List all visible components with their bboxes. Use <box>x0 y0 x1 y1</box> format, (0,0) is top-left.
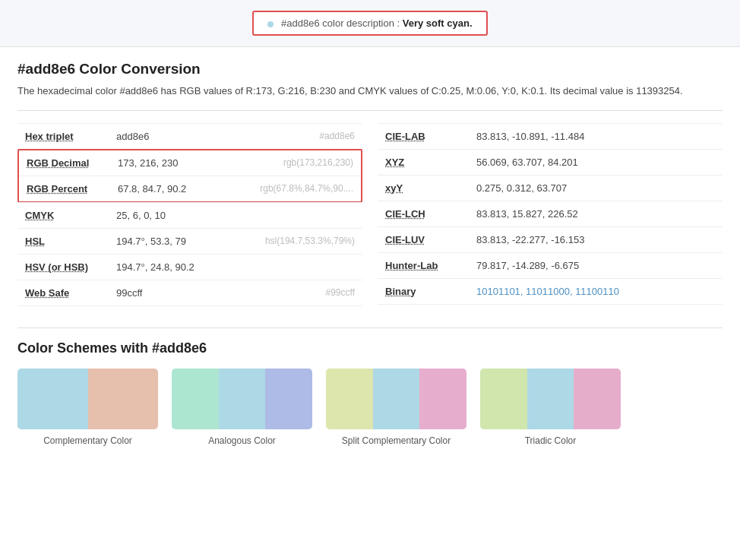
schemes-row: Complementary Color Analogous Color Spli… <box>17 369 723 446</box>
scheme-card-triadic[interactable]: Triadic Color <box>480 369 621 446</box>
value-hunterlab: 79.817, -14.289, -6.675 <box>469 252 723 278</box>
complementary-swatches <box>17 369 158 429</box>
scheme-card-split-complementary[interactable]: Split Complementary Color <box>326 369 466 446</box>
split-complementary-label: Split Complementary Color <box>342 435 451 446</box>
analogous-swatch-3 <box>265 369 312 429</box>
left-table-col: Hex triplet add8e6 #add8e6 RGB Decimal 1… <box>17 123 370 306</box>
label-hex: Hex triplet <box>17 123 109 149</box>
label-websafe: Web Safe <box>17 280 109 305</box>
color-description-box: #add8e6 color description : Very soft cy… <box>252 11 487 36</box>
rgb-highlight-section: RGB Decimal 173, 216, 230 rgb(173,216,23… <box>17 149 362 203</box>
value-hex: add8e6 <box>109 123 232 149</box>
table-row-cmyk: CMYK 25, 6, 0, 10 <box>17 202 362 228</box>
value-rgb-percent: 67.8, 84.7, 90.2 <box>110 176 220 201</box>
label-hsv: HSV (or HSB) <box>17 254 109 280</box>
main-content: #add8e6 Color Conversion The hexadecimal… <box>5 47 735 469</box>
analogous-label: Analogous Color <box>208 435 276 446</box>
value-cielab: 83.813, -10.891, -11.484 <box>469 123 723 149</box>
swatch-hex: #add8e6 <box>232 123 362 149</box>
table-row-rgb-decimal: RGB Decimal 173, 216, 230 rgb(173,216,23… <box>19 150 361 176</box>
swatch-cmyk <box>228 202 362 228</box>
table-row-websafe: Web Safe 99ccff #99ccff <box>17 280 362 305</box>
label-hunterlab: Hunter-Lab <box>378 252 469 278</box>
split-swatch-2 <box>373 369 420 429</box>
value-binary: 10101101, 11011000, 11100110 <box>469 278 723 304</box>
value-xyy: 0.275, 0.312, 63.707 <box>469 175 723 201</box>
complementary-swatch-1 <box>17 369 88 429</box>
label-xyz: XYZ <box>378 149 469 175</box>
right-table: CIE-LAB 83.813, -10.891, -11.484 XYZ 56.… <box>378 123 723 305</box>
swatch-rgb-decimal: rgb(173,216,230) <box>220 150 361 176</box>
conversion-tables: Hex triplet add8e6 #add8e6 RGB Decimal 1… <box>17 123 723 306</box>
table-row-cielab: CIE-LAB 83.813, -10.891, -11.484 <box>378 123 723 149</box>
color-dot-icon <box>267 21 274 27</box>
triadic-swatch-1 <box>480 369 527 429</box>
table-row-hsl: HSL 194.7°, 53.3, 79 hsl(194.7,53.3%,79%… <box>17 228 362 254</box>
desc-strong: Very soft cyan. <box>403 17 473 29</box>
label-xyy: xyY <box>378 175 469 201</box>
triadic-label: Triadic Color <box>525 435 577 446</box>
schemes-title: Color Schemes with #add8e6 <box>17 340 723 356</box>
right-table-col: CIE-LAB 83.813, -10.891, -11.484 XYZ 56.… <box>370 123 723 306</box>
left-table-top: Hex triplet add8e6 #add8e6 <box>17 123 362 150</box>
label-hsl: HSL <box>17 228 109 254</box>
analogous-swatch-2 <box>219 369 266 429</box>
table-row-xyz: XYZ 56.069, 63.707, 84.201 <box>378 149 723 175</box>
label-cmyk: CMYK <box>17 202 109 228</box>
divider-1 <box>17 110 723 111</box>
label-binary: Binary <box>378 278 469 304</box>
conversion-title: #add8e6 Color Conversion <box>17 61 723 78</box>
table-row-hsv: HSV (or HSB) 194.7°, 24.8, 90.2 <box>17 254 362 280</box>
swatch-rgb-percent: rgb(67.8%,84.7%,90.... <box>220 176 361 201</box>
desc-prefix: #add8e6 color description : <box>281 17 403 29</box>
value-cielch: 83.813, 15.827, 226.52 <box>469 201 723 226</box>
triadic-swatch-3 <box>574 369 621 429</box>
table-row-xyy: xyY 0.275, 0.312, 63.707 <box>378 175 723 201</box>
swatch-hsl: hsl(194.7,53.3%,79%) <box>228 228 362 254</box>
table-row-cieluv: CIE-LUV 83.813, -22.277, -16.153 <box>378 226 723 252</box>
table-row-binary: Binary 10101101, 11011000, 11100110 <box>378 278 723 304</box>
analogous-swatches <box>172 369 312 429</box>
triadic-swatch-2 <box>527 369 574 429</box>
swatch-hsv <box>228 254 362 280</box>
value-hsv: 194.7°, 24.8, 90.2 <box>109 254 228 280</box>
value-xyz: 56.069, 63.707, 84.201 <box>469 149 723 175</box>
split-swatch-3 <box>419 369 466 429</box>
scheme-card-complementary[interactable]: Complementary Color <box>17 369 158 446</box>
scheme-card-analogous[interactable]: Analogous Color <box>172 369 312 446</box>
triadic-swatches <box>480 369 621 429</box>
label-cielab: CIE-LAB <box>378 123 469 149</box>
table-row: Hex triplet add8e6 #add8e6 <box>17 123 362 149</box>
left-table-bottom: CMYK 25, 6, 0, 10 HSL 194.7°, 53.3, 79 h… <box>17 202 362 306</box>
value-hsl: 194.7°, 53.3, 79 <box>109 228 228 254</box>
value-rgb-decimal: 173, 216, 230 <box>110 150 220 176</box>
left-table-rgb: RGB Decimal 173, 216, 230 rgb(173,216,23… <box>19 150 361 201</box>
top-banner: #add8e6 color description : Very soft cy… <box>0 0 740 47</box>
divider-2 <box>17 327 723 328</box>
table-row-cielch: CIE-LCH 83.813, 15.827, 226.52 <box>378 201 723 226</box>
complementary-swatch-2 <box>88 369 159 429</box>
table-row-rgb-percent: RGB Percent 67.8, 84.7, 90.2 rgb(67.8%,8… <box>19 176 361 201</box>
split-swatch-1 <box>326 369 373 429</box>
value-cieluv: 83.813, -22.277, -16.153 <box>469 226 723 252</box>
split-complementary-swatches <box>326 369 466 429</box>
swatch-websafe: #99ccff <box>228 280 362 305</box>
conversion-description: The hexadecimal color #add8e6 has RGB va… <box>17 84 723 100</box>
table-row-hunterlab: Hunter-Lab 79.817, -14.289, -6.675 <box>378 252 723 278</box>
label-rgb-decimal: RGB Decimal <box>19 150 110 176</box>
analogous-swatch-1 <box>172 369 219 429</box>
label-rgb-percent: RGB Percent <box>19 176 110 201</box>
complementary-label: Complementary Color <box>43 435 132 446</box>
label-cielch: CIE-LCH <box>378 201 469 226</box>
value-cmyk: 25, 6, 0, 10 <box>109 202 228 228</box>
label-cieluv: CIE-LUV <box>378 226 469 252</box>
value-websafe: 99ccff <box>109 280 228 305</box>
